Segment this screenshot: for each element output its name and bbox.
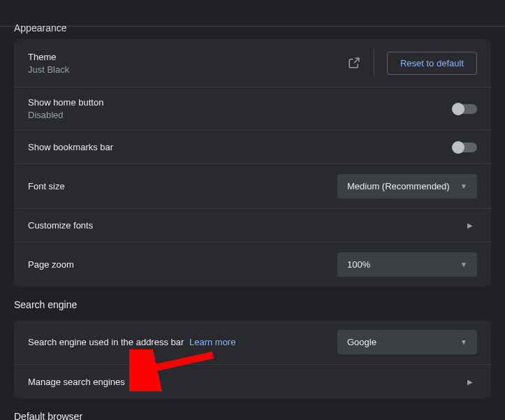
search-engine-used-label: Search engine used in the address bar: [28, 337, 184, 347]
chevron-right-icon: ▶: [467, 378, 477, 386]
page-zoom-value: 100%: [347, 259, 370, 270]
bookmarks-bar-text: Show bookmarks bar: [28, 142, 453, 152]
font-size-row: Font size Medium (Recommended) ▼: [14, 164, 491, 209]
section-title-default-browser: Default browser: [14, 398, 491, 420]
customize-fonts-text: Customize fonts: [28, 220, 467, 231]
bookmarks-bar-toggle[interactable]: [453, 143, 477, 152]
font-size-value: Medium (Recommended): [347, 181, 450, 191]
theme-row[interactable]: Theme Just Black Reset to default: [14, 39, 491, 87]
search-engine-select[interactable]: Google ▼: [337, 330, 477, 354]
search-engine-used-text: Search engine used in the address bar Le…: [28, 337, 337, 347]
page-zoom-text: Page zoom: [28, 259, 337, 270]
theme-value: Just Black: [28, 64, 347, 75]
search-engine-value: Google: [347, 337, 376, 347]
show-bookmarks-bar-row: Show bookmarks bar: [14, 131, 491, 164]
dropdown-arrow-icon: ▼: [460, 338, 467, 346]
chevron-right-icon: ▶: [467, 222, 477, 229]
search-engine-used-row: Search engine used in the address bar Le…: [14, 320, 491, 365]
reset-to-default-button[interactable]: Reset to default: [387, 52, 477, 75]
bookmarks-bar-label: Show bookmarks bar: [28, 142, 453, 152]
customize-fonts-label: Customize fonts: [28, 220, 467, 231]
section-title-search-engine: Search engine: [14, 287, 491, 320]
manage-search-engines-label: Manage search engines: [28, 377, 467, 387]
home-button-label: Show home button: [28, 97, 453, 108]
home-button-text: Show home button Disabled: [28, 97, 453, 120]
page-zoom-row: Page zoom 100% ▼: [14, 242, 491, 287]
home-button-toggle[interactable]: [453, 104, 477, 114]
divider: [374, 49, 374, 77]
theme-label: Theme: [28, 52, 347, 62]
section-title-appearance: Appearance: [14, 22, 491, 39]
dropdown-arrow-icon: ▼: [460, 261, 467, 268]
external-link-icon[interactable]: [347, 56, 361, 70]
page-zoom-label: Page zoom: [28, 259, 337, 270]
show-home-button-row: Show home button Disabled: [14, 87, 491, 131]
theme-text: Theme Just Black: [28, 52, 347, 75]
customize-fonts-row[interactable]: Customize fonts ▶: [14, 209, 491, 242]
font-size-text: Font size: [28, 181, 337, 191]
dropdown-arrow-icon: ▼: [460, 182, 467, 190]
font-size-select[interactable]: Medium (Recommended) ▼: [337, 174, 477, 198]
page-zoom-select[interactable]: 100% ▼: [337, 252, 477, 277]
home-button-sub: Disabled: [28, 110, 453, 120]
search-engine-card: Search engine used in the address bar Le…: [14, 320, 491, 398]
manage-search-engines-text: Manage search engines: [28, 377, 467, 387]
manage-search-engines-row[interactable]: Manage search engines ▶: [14, 365, 491, 398]
font-size-label: Font size: [28, 181, 337, 191]
appearance-card: Theme Just Black Reset to default Show h…: [14, 39, 491, 287]
learn-more-link[interactable]: Learn more: [189, 337, 235, 347]
